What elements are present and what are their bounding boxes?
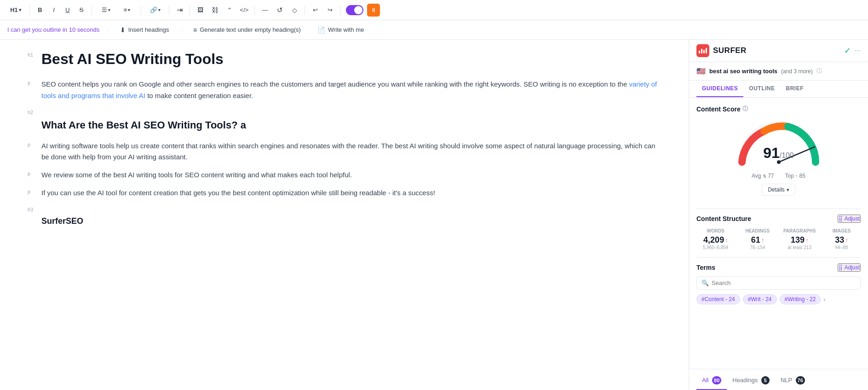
outline-promo[interactable]: I can get you outline in 10 seconds: [7, 26, 99, 33]
structure-adjust-button[interactable]: ⣿ Adjust: [838, 215, 861, 223]
code-icon: </>: [240, 6, 249, 13]
generate-text-label: Generate text under empty heading(s): [200, 26, 301, 33]
words-item: WORDS 4,209 ↑ 5,960–6,854: [696, 228, 735, 250]
images-label: IMAGES: [822, 228, 861, 233]
undo-icon: ↩: [313, 6, 318, 13]
p2-block: p AI writing software tools help us crea…: [28, 140, 661, 163]
sep6: [254, 6, 255, 15]
link-button[interactable]: 🔗 ▾: [145, 4, 165, 17]
heading-chevron-icon: ▾: [19, 7, 21, 12]
code-button[interactable]: </>: [238, 4, 251, 17]
bottom-tab-nlp[interactable]: NLP 76: [775, 372, 811, 390]
tab-brief[interactable]: BRIEF: [781, 81, 810, 97]
images-item: IMAGES 33 ↑ 44–88: [822, 228, 861, 250]
tags-expand-icon[interactable]: ›: [823, 296, 826, 303]
words-up-icon: ↑: [725, 237, 728, 244]
surfer-title: SURFER: [713, 46, 747, 55]
insert-headings-button[interactable]: ⬇ Insert headings: [116, 24, 173, 35]
check-icon: ✓: [844, 46, 851, 56]
p2-label: p: [28, 140, 36, 147]
link-icon: 🔗: [150, 6, 157, 13]
p2-text: AI writing software tools help us create…: [41, 140, 661, 163]
h3-label: h3: [28, 205, 36, 212]
paragraphs-number: 139: [791, 235, 805, 245]
terms-adjust-button[interactable]: ⣿ Adjust: [838, 263, 861, 272]
terms-search-input[interactable]: [712, 279, 856, 286]
doc-h2[interactable]: What Are the Best AI SEO Writing Tools? …: [41, 119, 246, 131]
hr-icon: —: [262, 6, 268, 13]
h1-block: h1 Best AI SEO Writing Tools: [28, 51, 661, 77]
quote-button[interactable]: ": [223, 4, 236, 17]
structure-grid: WORDS 4,209 ↑ 5,960–6,854 HEADINGS 61 ↑ …: [696, 228, 861, 250]
avg-icon: ⇅: [763, 174, 766, 179]
erase-icon: ◇: [292, 6, 297, 14]
headings-up-icon: ↑: [761, 237, 764, 244]
top-stat: Top ↑ 85: [785, 173, 805, 179]
bottom-tab-headings[interactable]: Headings 5: [727, 372, 775, 390]
keyword-info-icon[interactable]: ⓘ: [816, 67, 822, 75]
image-button[interactable]: 🖼: [194, 4, 207, 17]
p3-label: p: [28, 169, 36, 176]
strikethrough-button[interactable]: S: [75, 4, 88, 17]
hr-button[interactable]: —: [259, 4, 271, 17]
editor-area[interactable]: h1 Best AI SEO Writing Tools p SEO conte…: [0, 40, 689, 390]
list-chevron-icon: ▾: [128, 7, 130, 12]
sep1: [29, 6, 30, 15]
right-panel: SURFER ✓ ··· 🇺🇸 best ai seo writing tool…: [689, 40, 868, 390]
surfer-logo: [696, 44, 709, 57]
headings-range: 78–154: [738, 245, 776, 250]
bottom-tab-all[interactable]: All 80: [696, 372, 727, 390]
tag-content[interactable]: #Content - 24: [696, 294, 740, 304]
align-button[interactable]: ☰ ▾: [96, 4, 116, 17]
panel-tabs: GUIDELINES OUTLINE BRIEF: [689, 81, 868, 98]
erase-button[interactable]: ◇: [288, 4, 301, 17]
content-score-info-icon[interactable]: ⓘ: [742, 105, 748, 113]
doc-h1[interactable]: Best AI SEO Writing Tools: [41, 51, 224, 68]
images-up-icon: ↑: [845, 237, 848, 244]
heading-level-label: H1: [10, 6, 18, 13]
avg-value: 77: [768, 173, 774, 179]
more-options-icon[interactable]: ···: [855, 47, 861, 55]
tab-guidelines[interactable]: GUIDELINES: [696, 81, 743, 97]
pause-button[interactable]: ⏸: [367, 4, 380, 17]
heading-group: H1 ▾: [6, 4, 26, 17]
h2-block: h2 What Are the Best AI SEO Writing Tool…: [28, 108, 661, 139]
tag-writ[interactable]: #Writ - 24: [743, 294, 777, 304]
images-value: 33 ↑: [822, 235, 861, 245]
words-range: 5,960–6,854: [696, 245, 735, 250]
headings-item: HEADINGS 61 ↑ 78–154: [738, 228, 776, 250]
underline-button[interactable]: U: [61, 4, 74, 17]
score-stats: Avg ⇅ 77 Top ↑ 85: [696, 173, 861, 179]
h3-block: h3 SurferSEO: [28, 205, 661, 233]
write-with-me-button[interactable]: 📄 Write with me: [314, 24, 368, 35]
adjust-icon: ⣿: [839, 215, 843, 222]
bold-button[interactable]: B: [34, 4, 46, 17]
secondary-toolbar: I can get you outline in 10 seconds · ⬇ …: [0, 20, 868, 40]
generate-text-button[interactable]: ≡ Generate text under empty heading(s): [190, 24, 305, 35]
bar1: [699, 51, 700, 53]
p4-block: p If you can use the AI tool for content…: [28, 187, 661, 199]
search-icon: 🔍: [701, 279, 709, 286]
doc-h3[interactable]: SurferSEO: [41, 216, 83, 226]
insert-headings-icon: ⬇: [120, 26, 126, 34]
redo-button[interactable]: ↪: [323, 4, 336, 17]
align-icon: ☰: [102, 6, 107, 13]
hyperlink-button[interactable]: ⛓: [208, 4, 221, 17]
heading-level-selector[interactable]: H1 ▾: [6, 4, 26, 17]
list-button[interactable]: ≡ ▾: [117, 4, 137, 17]
tab-headings-label: Headings: [732, 377, 758, 384]
p1-block: p SEO content helps you rank on Google a…: [28, 79, 661, 102]
refresh-button[interactable]: ↺: [273, 4, 286, 17]
tab-outline[interactable]: OUTLINE: [743, 81, 780, 97]
italic-button[interactable]: I: [47, 4, 60, 17]
undo-button[interactable]: ↩: [309, 4, 322, 17]
indent-icon: ⇥: [177, 6, 183, 14]
headings-number: 61: [751, 235, 760, 245]
link-chevron-icon: ▾: [158, 7, 161, 12]
toggle-knob: [354, 6, 362, 14]
paragraphs-up-icon: ↑: [805, 237, 808, 244]
indent-button[interactable]: ⇥: [173, 4, 186, 17]
details-button[interactable]: Details ▾: [762, 184, 795, 196]
ai-toggle[interactable]: [346, 5, 363, 15]
tag-writing[interactable]: #Writing - 22: [780, 294, 821, 304]
